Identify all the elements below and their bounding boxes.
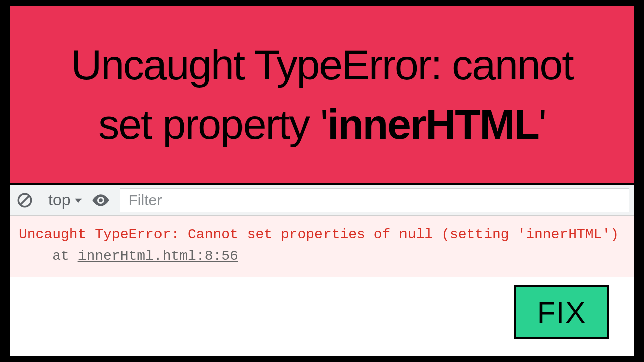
hero-line2-pre: set property '	[98, 101, 327, 148]
hero-line2-post: '	[539, 101, 546, 148]
svg-line-1	[21, 196, 29, 204]
filter-placeholder: Filter	[128, 192, 162, 209]
eye-icon[interactable]	[91, 190, 111, 210]
stack-source-link[interactable]: innerHtml.html:8:56	[78, 248, 238, 264]
chevron-down-icon	[73, 195, 84, 205]
toolbar-divider	[39, 190, 39, 210]
hero-banner: Uncaught TypeError: cannot set property …	[10, 6, 634, 185]
hero-title-line2: set property 'innerHTML'	[98, 103, 546, 145]
clear-console-icon[interactable]	[15, 190, 35, 210]
context-selector[interactable]: top	[43, 191, 89, 209]
filter-input[interactable]: Filter	[120, 188, 629, 212]
hero-line2-bold: innerHTML	[327, 101, 539, 148]
svg-point-2	[99, 198, 103, 202]
error-message: Uncaught TypeError: Cannot set propertie…	[19, 227, 619, 242]
hero-title-line1: Uncaught TypeError: cannot	[71, 44, 573, 86]
console-error-block: Uncaught TypeError: Cannot set propertie…	[10, 216, 634, 277]
context-label: top	[48, 191, 70, 209]
fix-button[interactable]: FIX	[514, 285, 609, 339]
console-toolbar: top Filter	[10, 185, 634, 216]
fix-label: FIX	[537, 295, 586, 330]
stack-at: at	[19, 248, 78, 264]
